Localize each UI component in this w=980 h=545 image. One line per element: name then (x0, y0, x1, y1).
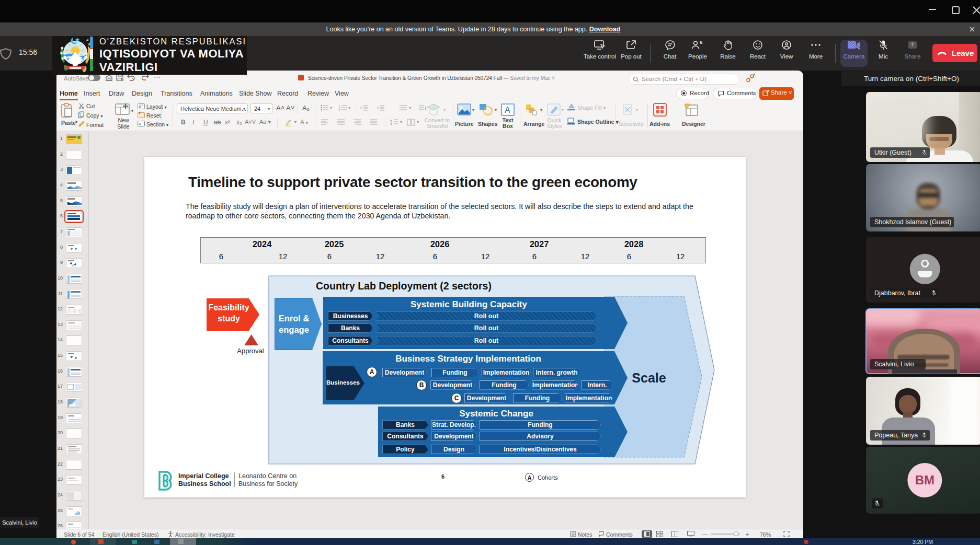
svg-text:A: A (505, 106, 510, 114)
svg-text:3.: 3. (339, 109, 340, 111)
svg-text:6: 6 (700, 40, 702, 45)
